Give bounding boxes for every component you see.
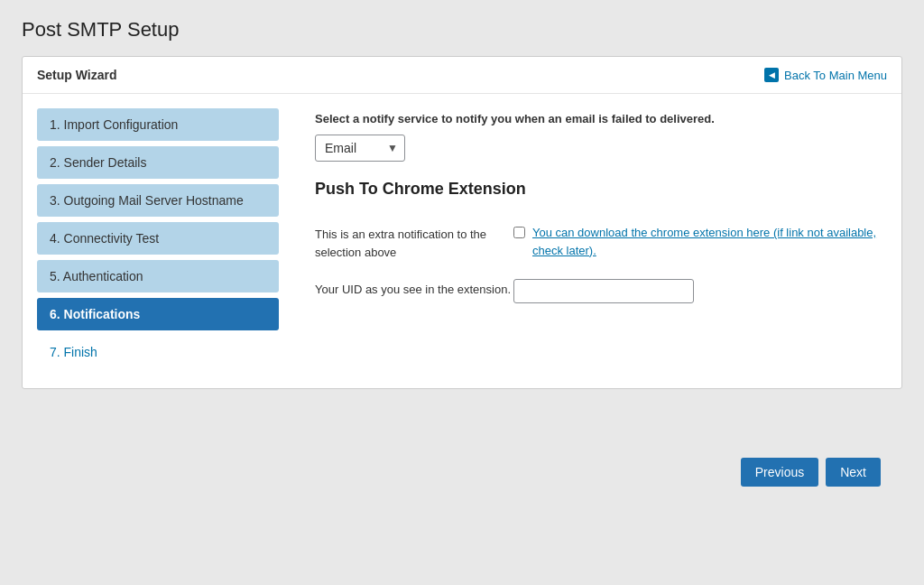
setup-card: Setup Wizard Back To Main Menu 1. Import… [22, 56, 902, 389]
sidebar-item-step-5[interactable]: 5. Authentication [37, 260, 279, 292]
sidebar-item-step-4[interactable]: 4. Connectivity Test [37, 222, 279, 255]
card-header: Setup Wizard Back To Main Menu [23, 57, 901, 94]
uid-label: Your UID as you see in the extension. [315, 279, 513, 299]
setup-wizard-label: Setup Wizard [37, 68, 117, 82]
extra-notification-label: This is an extra notification to the sel… [315, 224, 513, 261]
sidebar-item-step-1[interactable]: 1. Import Configuration [37, 108, 279, 141]
uid-row: Your UID as you see in the extension. [315, 279, 880, 303]
previous-button[interactable]: Previous [741, 458, 818, 487]
card-body: 1. Import Configuration 2. Sender Detail… [23, 94, 901, 388]
sidebar: 1. Import Configuration 2. Sender Detail… [23, 94, 293, 388]
uid-input[interactable] [513, 279, 694, 303]
notify-description: Select a notify service to notify you wh… [315, 112, 880, 125]
sidebar-item-step-3[interactable]: 3. Outgoing Mail Server Hostname [37, 184, 279, 217]
notify-service-select[interactable]: Email Slack Twilio [315, 135, 405, 162]
chrome-extension-link[interactable]: You can download the chrome extension he… [532, 224, 880, 259]
sidebar-item-step-6[interactable]: 6. Notifications [37, 298, 279, 330]
uid-control [513, 279, 880, 303]
back-link-label: Back To Main Menu [784, 69, 887, 82]
extra-notification-control: You can download the chrome extension he… [513, 224, 880, 259]
footer-buttons: Previous Next [22, 443, 902, 501]
sidebar-item-step-2[interactable]: 2. Sender Details [37, 146, 279, 179]
section-title: Push To Chrome Extension [315, 180, 880, 206]
chrome-extension-checkbox[interactable] [513, 227, 525, 238]
sidebar-item-step-7[interactable]: 7. Finish [37, 336, 279, 368]
main-content: Select a notify service to notify you wh… [293, 94, 901, 388]
page-title: Post SMTP Setup [22, 18, 902, 42]
notify-select-wrapper: Email Slack Twilio ▼ [315, 135, 405, 162]
back-arrow-icon [764, 68, 779, 82]
extra-notification-row: This is an extra notification to the sel… [315, 224, 880, 261]
back-to-main-link[interactable]: Back To Main Menu [764, 68, 887, 82]
next-button[interactable]: Next [826, 458, 881, 487]
